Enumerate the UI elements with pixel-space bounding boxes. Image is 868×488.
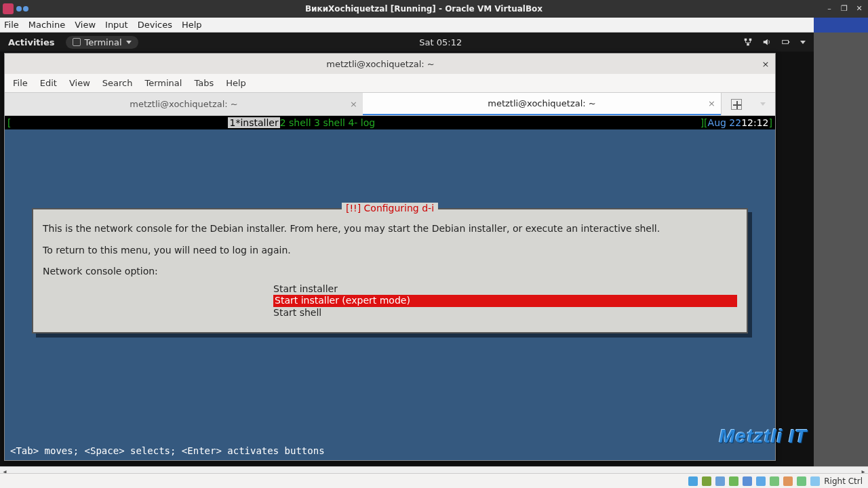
vb-menu-machine[interactable]: Machine bbox=[28, 20, 65, 30]
bg-maximize-icon[interactable]: ❐ bbox=[840, 4, 849, 14]
virtualbox-titlebar: ВикиXochiquetzal [Running] - Oracle VM V… bbox=[0, 0, 868, 18]
tab-close-icon[interactable]: × bbox=[350, 99, 357, 109]
terminal-close-button[interactable]: × bbox=[756, 54, 775, 73]
system-tray[interactable] bbox=[743, 37, 814, 47]
status-right-bracket: ][ bbox=[701, 117, 708, 128]
status-date: Aug 22 bbox=[708, 117, 742, 128]
watermark-label: Metztli IT bbox=[719, 426, 807, 447]
terminal-menubar: File Edit View Search Terminal Tabs Help bbox=[5, 74, 775, 93]
installer-help-line: <Tab> moves; <Space> selects; <Enter> ac… bbox=[10, 445, 325, 456]
terminal-window-title: metztli@xochiquetzal: ~ bbox=[5, 59, 756, 69]
installer-option-expert[interactable]: Start installer (expert mode) bbox=[273, 295, 737, 307]
terminal-titlebar: metztli@xochiquetzal: ~ × bbox=[5, 54, 775, 74]
hostkey-label: Right Ctrl bbox=[824, 476, 863, 486]
installer-prompt: Network console option: bbox=[43, 266, 737, 278]
guest-display: Activities Terminal Sat 05:12 metztli@xo… bbox=[0, 33, 814, 466]
gnome-topbar: Activities Terminal Sat 05:12 bbox=[0, 33, 814, 52]
background-window-controls: – ❐ ✕ bbox=[814, 0, 868, 18]
app-menu[interactable]: Terminal bbox=[66, 36, 138, 49]
status-open-bracket: [ bbox=[7, 117, 11, 128]
volume-icon bbox=[762, 37, 772, 47]
terminal-tab-1[interactable]: metztli@xochiquetzal: ~ × bbox=[363, 93, 721, 115]
tray-chevron-down-icon bbox=[800, 41, 806, 44]
status-rec-icon bbox=[770, 476, 779, 486]
terminal-tabstrip: metztli@xochiquetzal: ~ × metztli@xochiq… bbox=[5, 93, 775, 116]
distro-logo-icon bbox=[3, 3, 14, 14]
vb-menu-input[interactable]: Input bbox=[105, 20, 128, 30]
vb-menu-file[interactable]: File bbox=[4, 20, 19, 30]
installer-para1: This is the network console for the Debi… bbox=[43, 223, 737, 235]
installer-option-list: Start installer Start installer (expert … bbox=[273, 283, 737, 319]
svg-rect-2 bbox=[747, 43, 749, 46]
status-active-window: 1*installer bbox=[228, 117, 279, 128]
terminal-window: metztli@xochiquetzal: ~ × File Edit View… bbox=[4, 53, 776, 461]
installer-dialog-title: [!!] Configuring d-i bbox=[342, 203, 438, 215]
debian-installer-dialog: [!!] Configuring d-i This is the network… bbox=[32, 208, 748, 333]
status-display-icon bbox=[756, 476, 766, 486]
status-shared-icon bbox=[743, 476, 752, 486]
vb-left-icons bbox=[0, 3, 28, 14]
tab-menu-chevron-down-icon[interactable] bbox=[760, 102, 766, 106]
svg-rect-0 bbox=[745, 39, 747, 41]
clock-label[interactable]: Sat 05:12 bbox=[138, 37, 743, 47]
activities-button[interactable]: Activities bbox=[8, 37, 55, 47]
status-net-icon bbox=[715, 476, 725, 486]
status-cpu-icon bbox=[783, 476, 793, 486]
vb-menu-view[interactable]: View bbox=[75, 20, 96, 30]
bg-close-icon[interactable]: ✕ bbox=[854, 4, 864, 14]
virtualbox-statusbar: Right Ctrl bbox=[0, 473, 868, 488]
status-usb-icon bbox=[729, 476, 738, 486]
term-menu-file[interactable]: File bbox=[13, 78, 28, 88]
status-end-bracket: ] bbox=[769, 117, 772, 128]
installer-para2: To return to this menu, you will need to… bbox=[43, 245, 737, 257]
status-mouse-icon bbox=[797, 476, 806, 486]
terminal-icon bbox=[73, 38, 81, 46]
app-menu-label: Terminal bbox=[85, 37, 122, 47]
virtualbox-window-title: ВикиXochiquetzal [Running] - Oracle VM V… bbox=[28, 4, 819, 14]
installer-option-shell[interactable]: Start shell bbox=[273, 307, 737, 319]
vb-menu-help[interactable]: Help bbox=[182, 20, 202, 30]
term-menu-terminal[interactable]: Terminal bbox=[144, 78, 182, 88]
term-menu-edit[interactable]: Edit bbox=[40, 78, 57, 88]
terminal-tab-actions bbox=[721, 93, 775, 115]
network-icon bbox=[743, 37, 753, 47]
status-cd-icon bbox=[702, 476, 711, 486]
installer-option-start[interactable]: Start installer bbox=[273, 283, 737, 296]
vb-menu-devices[interactable]: Devices bbox=[138, 20, 172, 30]
bg-minimize-icon[interactable]: – bbox=[825, 4, 834, 14]
new-tab-icon[interactable] bbox=[731, 99, 742, 110]
status-time: 12:12 bbox=[741, 117, 768, 128]
status-key-icon bbox=[810, 476, 820, 486]
svg-rect-4 bbox=[789, 41, 790, 43]
svg-rect-3 bbox=[783, 40, 789, 43]
battery-icon bbox=[781, 37, 791, 47]
chevron-down-icon bbox=[126, 41, 132, 44]
term-menu-search[interactable]: Search bbox=[102, 78, 133, 88]
terminal-tab-label: metztli@xochiquetzal: ~ bbox=[130, 99, 238, 109]
terminal-tab-label: metztli@xochiquetzal: ~ bbox=[488, 98, 596, 108]
multiplexer-status-line: [ 1*installer 2 shell 3 shell 4- log ][ … bbox=[5, 116, 775, 129]
svg-rect-1 bbox=[749, 39, 752, 41]
term-menu-view[interactable]: View bbox=[69, 78, 90, 88]
terminal-body[interactable]: [!!] Configuring d-i This is the network… bbox=[7, 129, 772, 458]
term-menu-help[interactable]: Help bbox=[226, 78, 246, 88]
tab-close-icon[interactable]: × bbox=[708, 98, 715, 108]
status-hdd-icon bbox=[688, 476, 698, 486]
status-window-list: 2 shell 3 shell 4- log bbox=[280, 117, 376, 128]
term-menu-tabs[interactable]: Tabs bbox=[194, 78, 214, 88]
vm-running-icon bbox=[16, 6, 28, 12]
virtualbox-menubar: File Machine View Input Devices Help bbox=[0, 18, 868, 33]
terminal-tab-0[interactable]: metztli@xochiquetzal: ~ × bbox=[5, 93, 363, 115]
